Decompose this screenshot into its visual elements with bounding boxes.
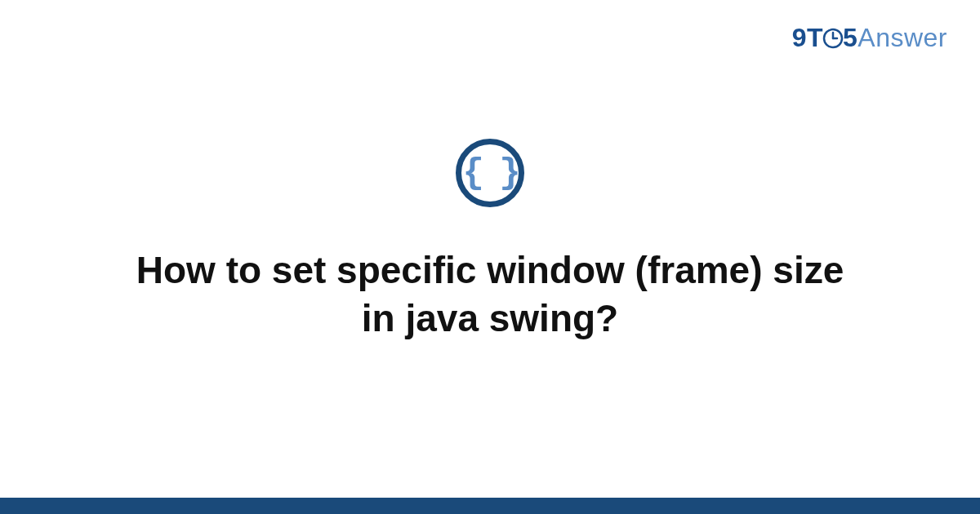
category-code-icon: { } [456, 139, 524, 207]
main-content: { } How to set specific window (frame) s… [0, 0, 980, 514]
bottom-accent-bar [0, 498, 980, 514]
braces-icon: { } [462, 155, 517, 191]
question-title: How to set specific window (frame) size … [82, 246, 898, 343]
